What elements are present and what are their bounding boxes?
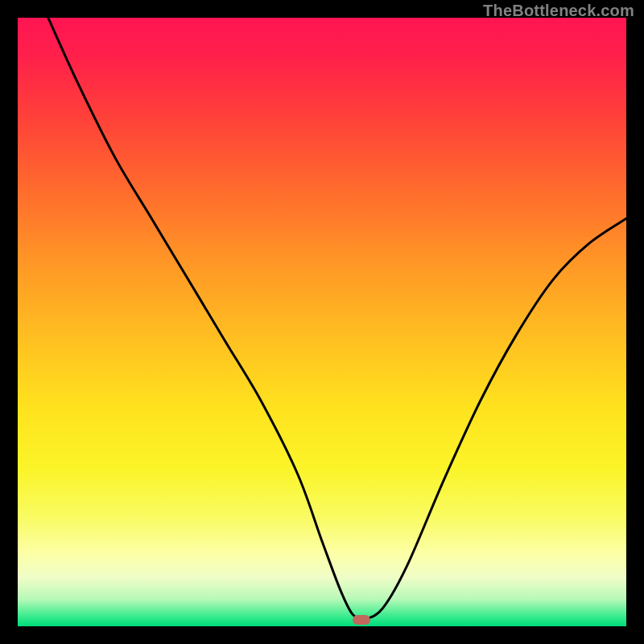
optimal-point-marker — [353, 615, 370, 625]
bottleneck-curve-path — [48, 18, 626, 619]
chart-frame: TheBottleneck.com — [0, 0, 644, 644]
watermark-text: TheBottleneck.com — [483, 2, 634, 20]
curve-svg — [18, 18, 626, 626]
plot-area — [18, 18, 626, 626]
